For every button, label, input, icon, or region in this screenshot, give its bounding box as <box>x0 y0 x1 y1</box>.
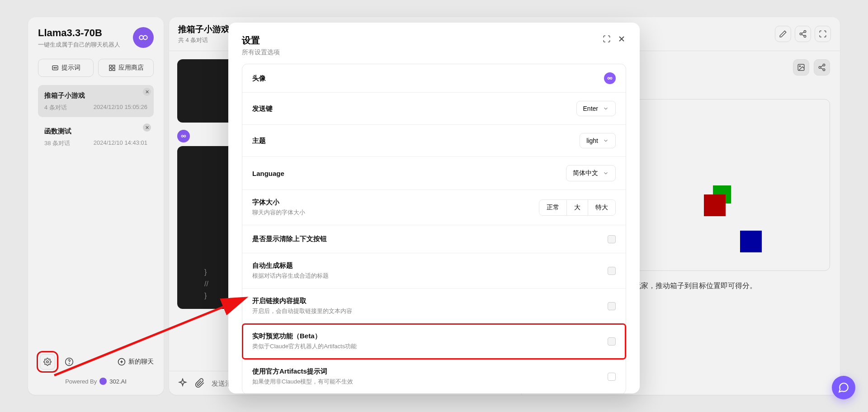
close-icon <box>617 34 626 43</box>
setting-label: 头像 <box>252 74 266 83</box>
realtime-preview-checkbox[interactable] <box>608 337 616 346</box>
setting-desc: 根据对话内容生成合适的标题 <box>252 272 329 280</box>
clearctx-checkbox[interactable] <box>608 235 616 243</box>
linkextract-checkbox[interactable] <box>608 302 616 310</box>
setting-label: 字体大小 <box>252 198 305 207</box>
language-select[interactable]: 简体中文 <box>566 165 616 181</box>
select-value: 简体中文 <box>573 169 598 177</box>
setting-label: 实时预览功能（Beta） <box>252 332 357 341</box>
svg-point-31 <box>608 77 609 79</box>
sendkey-select[interactable]: Enter <box>576 101 616 116</box>
avatar-icon <box>606 75 613 82</box>
setting-label: 主题 <box>252 137 266 145</box>
setting-label: 开启链接内容提取 <box>252 297 352 305</box>
dialog-title: 设置 <box>242 34 280 47</box>
setting-desc: 如果使用非Claude模型，有可能不生效 <box>252 378 353 386</box>
dialog-subtitle: 所有设置选项 <box>242 48 280 57</box>
setting-desc: 类似于Claude官方机器人的Artifacts功能 <box>252 342 357 350</box>
select-value: Enter <box>583 105 598 112</box>
setting-fontsize-row: 字体大小 聊天内容的字体大小 正常 大 特大 <box>242 190 626 225</box>
svg-point-32 <box>610 77 612 79</box>
setting-label: Language <box>252 170 284 177</box>
fontsize-option[interactable]: 大 <box>567 200 588 215</box>
setting-label: 自动生成标题 <box>252 261 329 270</box>
select-value: light <box>586 137 598 144</box>
setting-label: 使用官方Artifacts提示词 <box>252 367 353 376</box>
maximize-icon <box>603 35 611 43</box>
setting-label: 是否显示清除上下文按钮 <box>252 235 327 243</box>
modal-overlay[interactable]: 设置 所有设置选项 头像 发送键 Enter <box>0 0 868 412</box>
chevron-down-icon <box>603 137 609 144</box>
dialog-maximize-button[interactable] <box>603 34 611 43</box>
setting-linkextract-row: 开启链接内容提取 开启后，会自动提取链接里的文本内容 <box>242 289 626 324</box>
avatar-picker[interactable] <box>604 72 616 84</box>
setting-label: 发送键 <box>252 104 273 113</box>
official-artifacts-checkbox[interactable] <box>608 373 616 381</box>
setting-desc: 开启后，会自动提取链接里的文本内容 <box>252 307 352 315</box>
fontsize-segment: 正常 大 特大 <box>539 199 616 216</box>
setting-official-artifacts-row: 使用官方Artifacts提示词 如果使用非Claude模型，有可能不生效 <box>242 359 626 393</box>
chat-fab[interactable] <box>832 376 855 399</box>
chevron-down-icon <box>603 170 609 176</box>
dialog-close-button[interactable] <box>617 34 626 43</box>
setting-clearctx-row: 是否显示清除上下文按钮 <box>242 225 626 253</box>
setting-language-row: Language 简体中文 <box>242 157 626 190</box>
setting-desc: 聊天内容的字体大小 <box>252 208 305 217</box>
settings-dialog: 设置 所有设置选项 头像 发送键 Enter <box>228 23 640 393</box>
chevron-down-icon <box>603 105 609 112</box>
setting-theme-row: 主题 light <box>242 125 626 157</box>
fontsize-option[interactable]: 正常 <box>539 200 567 215</box>
fontsize-option[interactable]: 特大 <box>588 200 615 215</box>
setting-autotitle-row: 自动生成标题 根据对话内容生成合适的标题 <box>242 253 626 289</box>
autotitle-checkbox[interactable] <box>608 267 616 275</box>
setting-realtime-preview-row: 实时预览功能（Beta） 类似于Claude官方机器人的Artifacts功能 <box>242 324 626 359</box>
setting-avatar-row: 头像 <box>242 64 626 93</box>
theme-select[interactable]: light <box>580 133 616 148</box>
chat-icon <box>838 382 849 393</box>
setting-sendkey-row: 发送键 Enter <box>242 93 626 125</box>
